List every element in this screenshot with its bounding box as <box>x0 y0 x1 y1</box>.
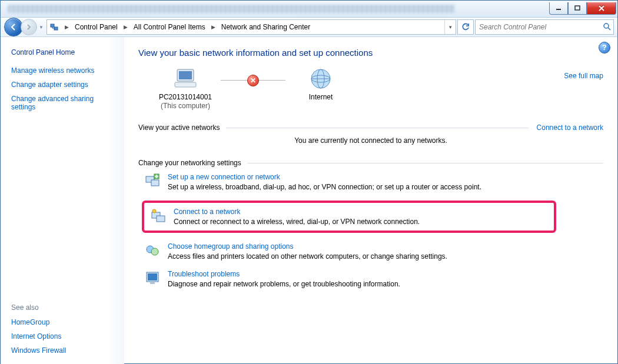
svg-line-5 <box>608 28 610 30</box>
help-button[interactable]: ? <box>599 42 610 54</box>
sidebar: Control Panel Home Manage wireless netwo… <box>1 37 124 364</box>
body: Control Panel Home Manage wireless netwo… <box>1 37 617 364</box>
connect-to-network-link[interactable]: Connect to a network <box>537 123 603 132</box>
svg-point-20 <box>152 209 156 213</box>
maximize-button[interactable] <box>568 2 587 15</box>
homegroup-icon <box>144 242 161 259</box>
breadcrumb-leaf[interactable]: Network and Sharing Center <box>219 23 313 31</box>
refresh-button[interactable] <box>457 19 474 35</box>
connect-network-icon <box>150 208 167 224</box>
maximize-icon <box>574 5 580 11</box>
arrow-right-icon <box>25 24 32 31</box>
node-pc-sub: (This computer) <box>161 102 210 110</box>
svg-rect-2 <box>51 24 54 27</box>
titlebar <box>1 1 617 18</box>
navbar: ▼ ▶ Control Panel ▶ All Control Panel It… <box>1 18 617 37</box>
svg-rect-24 <box>148 273 157 280</box>
chevron-right-icon[interactable]: ▶ <box>61 24 72 30</box>
task-homegroup-title[interactable]: Choose homegroup and sharing options <box>168 242 293 251</box>
task-homegroup-desc: Access files and printers located on oth… <box>168 252 447 261</box>
divider <box>247 163 603 163</box>
close-icon <box>598 5 605 11</box>
change-settings-label: Change your networking settings <box>138 159 241 167</box>
troubleshoot-icon <box>144 270 161 286</box>
computer-icon <box>172 67 198 91</box>
node-internet-name: Internet <box>309 93 333 102</box>
task-connect-desc: Connect or reconnect to a wireless, wire… <box>174 218 420 226</box>
task-homegroup[interactable]: Choose homegroup and sharing options Acc… <box>144 242 603 261</box>
search-icon[interactable] <box>603 22 611 32</box>
refresh-icon <box>461 23 470 31</box>
sidebar-change-advanced-sharing[interactable]: Change advanced sharing settings <box>11 95 105 111</box>
svg-point-4 <box>604 24 609 28</box>
chevron-right-icon[interactable]: ▶ <box>208 24 219 30</box>
nav-forward-button[interactable] <box>21 19 37 35</box>
chevron-right-icon[interactable]: ▶ <box>120 24 131 30</box>
divider <box>226 128 529 128</box>
svg-point-22 <box>151 248 158 255</box>
node-this-computer: PC20131014001 (This computer) <box>150 67 221 111</box>
svg-rect-25 <box>150 282 155 284</box>
map-connection-line: ✕ <box>221 80 285 81</box>
search-box[interactable] <box>475 19 614 35</box>
node-pc-name: PC20131014001 <box>159 93 212 101</box>
task-setup-title[interactable]: Set up a new connection or network <box>168 173 280 181</box>
sidebar-control-panel-home[interactable]: Control Panel Home <box>11 48 124 56</box>
arrow-left-icon <box>9 23 18 31</box>
sidebar-change-adapter[interactable]: Change adapter settings <box>11 81 124 89</box>
active-networks-section: View your active networks Connect to a n… <box>138 123 603 132</box>
minimize-button[interactable] <box>549 2 568 15</box>
network-map: PC20131014001 (This computer) ✕ Internet <box>138 67 603 111</box>
search-input[interactable] <box>476 23 613 31</box>
task-setup-desc: Set up a wireless, broadband, dial-up, a… <box>168 183 481 191</box>
breadcrumb-root[interactable]: Control Panel <box>72 23 120 31</box>
nav-history-dropdown[interactable]: ▼ <box>37 19 45 35</box>
window-title-blurred <box>8 5 455 13</box>
task-troubleshoot-title[interactable]: Troubleshoot problems <box>168 270 240 278</box>
main-panel: ? View your basic network information an… <box>124 37 617 364</box>
task-connect-network[interactable]: Connect to a network Connect or reconnec… <box>142 201 556 233</box>
sidebar-windows-firewall[interactable]: Windows Firewall <box>11 346 124 355</box>
window-controls <box>549 2 616 15</box>
see-full-map-link[interactable]: See full map <box>564 72 603 80</box>
breadcrumb: ▶ Control Panel ▶ All Control Panel Item… <box>61 20 313 34</box>
minimize-icon <box>556 5 561 11</box>
network-center-icon <box>49 22 59 32</box>
globe-icon <box>308 67 334 91</box>
svg-rect-1 <box>575 6 580 10</box>
change-settings-section: Change your networking settings <box>138 159 603 167</box>
breadcrumb-mid[interactable]: All Control Panel Items <box>131 23 208 31</box>
close-button[interactable] <box>587 2 616 15</box>
task-troubleshoot[interactable]: Troubleshoot problems Diagnose and repai… <box>144 270 603 288</box>
svg-rect-8 <box>175 82 196 87</box>
address-dropdown[interactable]: ▾ <box>444 20 456 34</box>
node-internet: Internet <box>285 67 356 102</box>
sidebar-internet-options[interactable]: Internet Options <box>11 332 124 340</box>
sidebar-manage-wireless[interactable]: Manage wireless networks <box>11 66 124 75</box>
page-title: View your basic network information and … <box>138 48 603 58</box>
disconnected-icon: ✕ <box>247 75 259 86</box>
task-troubleshoot-desc: Diagnose and repair network problems, or… <box>168 280 400 288</box>
svg-rect-7 <box>179 71 192 79</box>
window: ▼ ▶ Control Panel ▶ All Control Panel It… <box>0 0 618 364</box>
see-also-label: See also <box>11 303 124 312</box>
setup-connection-icon <box>144 173 161 189</box>
address-bar[interactable]: ▶ Control Panel ▶ All Control Panel Item… <box>46 19 456 35</box>
sidebar-homegroup[interactable]: HomeGroup <box>11 318 124 326</box>
active-networks-label: View your active networks <box>138 123 220 132</box>
task-connect-title[interactable]: Connect to a network <box>174 208 240 216</box>
not-connected-message: You are currently not connected to any n… <box>138 136 603 145</box>
task-setup-connection[interactable]: Set up a new connection or network Set u… <box>144 173 603 191</box>
svg-rect-0 <box>556 9 561 10</box>
svg-rect-19 <box>157 216 165 222</box>
svg-rect-14 <box>151 180 159 186</box>
